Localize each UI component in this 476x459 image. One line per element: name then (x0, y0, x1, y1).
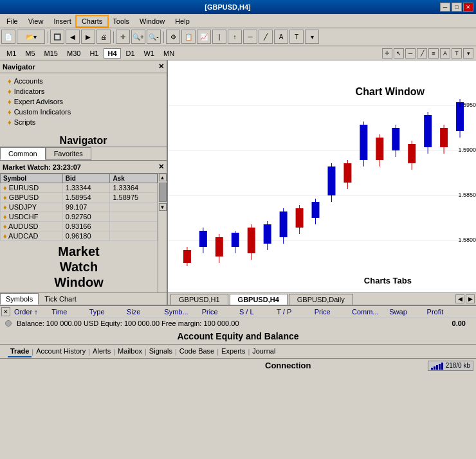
mw-tab-tick-chart[interactable]: Tick Chart (39, 293, 82, 305)
term-tab-account-history[interactable]: Account History (33, 346, 88, 357)
print-btn[interactable]: 🖨 (96, 30, 111, 44)
nav-item-scripts[interactable]: ♦ Scripts (3, 117, 164, 127)
menu-item-file[interactable]: File (1, 16, 23, 26)
mw-tab-symbols[interactable]: Symbols (0, 293, 39, 305)
zoom-out-btn[interactable]: 🔍- (147, 30, 161, 44)
tf-btn-m5[interactable]: M5 (21, 48, 39, 59)
tf-btn-m30[interactable]: M30 (63, 48, 84, 59)
scroll-down-btn[interactable]: ▼ (159, 203, 167, 211)
term-col-type: Type (88, 307, 125, 317)
menu-item-window[interactable]: Window (134, 16, 170, 26)
indicators-btn[interactable]: 📈 (197, 30, 211, 44)
menu-item-view[interactable]: View (23, 16, 49, 26)
market-watch-table: Symbol Bid Ask ♦ EURUSD 1.33344 1.33364 … (0, 174, 158, 241)
tf-btn-m15[interactable]: M15 (41, 48, 62, 59)
nav-item-accounts[interactable]: ♦ Accounts (3, 76, 164, 86)
tf-btn-h4[interactable]: H4 (104, 48, 120, 59)
menu-item-charts[interactable]: Charts (77, 16, 107, 26)
tab-scroll-right[interactable]: ▶ (466, 294, 475, 303)
tf-btn-mn[interactable]: MN (160, 48, 178, 59)
chart-tab-gbpusd-daily[interactable]: GBPUSD,Daily (289, 294, 353, 305)
col-bid: Bid (62, 174, 110, 183)
arrow-btn[interactable]: ↑ (228, 30, 242, 44)
more-btn[interactable]: ▾ (305, 30, 319, 44)
term-tab-journal[interactable]: Journal (250, 346, 278, 357)
mw-row-audcad[interactable]: ♦ AUDCAD 0.96180 (1, 231, 158, 241)
scroll-up-btn[interactable]: ▲ (159, 174, 167, 181)
menu-item-tools[interactable]: Tools (107, 16, 134, 26)
properties-btn[interactable]: ⚙ (166, 30, 180, 44)
svg-rect-23 (327, 166, 335, 195)
nav-item-custom-indicators[interactable]: ♦ Custom Indicators (3, 107, 164, 117)
chart-tab-gbpusd-h1[interactable]: GBPUSD,H1 (170, 294, 228, 305)
menu-item-help[interactable]: Help (170, 16, 195, 26)
term-tab-experts[interactable]: Experts (219, 346, 248, 357)
line-btn[interactable]: ╱ (259, 30, 273, 44)
mw-bid: 0.93166 (62, 222, 110, 231)
term-col-price: Price (201, 307, 238, 317)
navigator-header: Navigator ✕ (0, 60, 167, 73)
chart-window: 1.5950 1.5900 1.5850 1.5800 Chart Window… (167, 60, 476, 305)
mw-row-usdjpy[interactable]: ♦ USDJPY 99.107 (1, 203, 158, 212)
tline-tool[interactable]: ╱ (417, 48, 427, 59)
navigator-close-button[interactable]: ✕ (158, 62, 164, 71)
label-btn[interactable]: T (289, 30, 304, 44)
new-chart-btn[interactable]: 📄 (1, 30, 15, 44)
market-watch-scrollbar[interactable]: ▲ ▼ (158, 174, 167, 292)
balance-indicator (5, 320, 12, 327)
svg-text:1.5850: 1.5850 (459, 192, 476, 198)
title-bar: [GBPUSD,H4] ─ □ ✕ (0, 0, 476, 14)
mw-bid: 1.33344 (62, 183, 110, 193)
nav-item-expert-advisors[interactable]: ♦ Expert Advisors (3, 96, 164, 107)
mw-row-audusd[interactable]: ♦ AUDUSD 0.93166 (1, 222, 158, 231)
tf-btn-w1[interactable]: W1 (140, 48, 159, 59)
scroll-thumb[interactable] (159, 183, 167, 202)
terminal-close-btn[interactable]: ✕ (1, 307, 10, 316)
term-tab-mailbox[interactable]: Mailbox (115, 346, 145, 357)
minimize-button[interactable]: ─ (440, 3, 450, 12)
back-btn[interactable]: ◀ (66, 30, 80, 44)
term-tab-trade[interactable]: Trade (8, 346, 32, 357)
channel-tool[interactable]: ≡ (428, 48, 439, 59)
candle-chart-area[interactable]: 1.5950 1.5900 1.5850 1.5800 Chart Window (168, 60, 476, 292)
mw-row-gbpusd[interactable]: ♦ GBPUSD 1.58954 1.58975 (1, 193, 158, 203)
hline-btn[interactable]: ─ (243, 30, 257, 44)
period-sep-btn[interactable]: | (212, 30, 226, 44)
menu-item-insert[interactable]: Insert (48, 16, 77, 26)
navigator-panel: Navigator ✕ ♦ Accounts♦ Indicators♦ Expe… (0, 60, 167, 305)
cursor-tool[interactable]: ↖ (394, 48, 404, 59)
svg-rect-25 (343, 163, 351, 183)
crosshair-tool[interactable]: ✛ (382, 48, 392, 59)
text-btn[interactable]: A (274, 30, 288, 44)
term-tab-code-base[interactable]: Code Base (177, 346, 217, 357)
tf-btn-d1[interactable]: D1 (122, 48, 139, 59)
forward-btn[interactable]: ▶ (81, 30, 95, 44)
market-watch-close[interactable]: ✕ (158, 163, 164, 171)
label-tool[interactable]: T (452, 48, 462, 59)
maximize-button[interactable]: □ (452, 3, 462, 12)
nav-tab-favorites[interactable]: Favorites (46, 147, 91, 160)
tools-more[interactable]: ▾ (463, 48, 473, 59)
navigator-window-label: NavigatorWindow (3, 127, 164, 147)
tab-scroll-left[interactable]: ◀ (455, 294, 464, 303)
svg-rect-17 (280, 212, 288, 237)
open-btn[interactable]: 📂▾ (17, 30, 45, 44)
crosshair-btn[interactable]: ✛ (116, 30, 130, 44)
mw-row-usdchf[interactable]: ♦ USDCHF 0.92760 (1, 212, 158, 222)
mw-row-eurusd[interactable]: ♦ EURUSD 1.33344 1.33364 (1, 183, 158, 193)
tf-btn-h1[interactable]: H1 (86, 48, 102, 59)
term-tab-alerts[interactable]: Alerts (90, 346, 113, 357)
nav-tab-common[interactable]: Common (0, 147, 46, 160)
mw-symbol: ♦ EURUSD (1, 183, 63, 193)
term-tab-signals[interactable]: Signals (147, 346, 175, 357)
text-tool[interactable]: A (440, 48, 450, 59)
close-button[interactable]: ✕ (463, 3, 473, 12)
tf-btn-m1[interactable]: M1 (3, 48, 20, 59)
zoom-in-btn[interactable]: 🔍+ (131, 30, 145, 44)
col-ask: Ask (110, 174, 158, 183)
profiles-btn[interactable]: 🔲 (50, 30, 64, 44)
template-btn[interactable]: 📋 (181, 30, 196, 44)
hline-tool[interactable]: ─ (405, 48, 416, 59)
chart-tab-gbpusd-h4[interactable]: GBPUSD,H4 (230, 294, 288, 305)
nav-item-indicators[interactable]: ♦ Indicators (3, 86, 164, 96)
